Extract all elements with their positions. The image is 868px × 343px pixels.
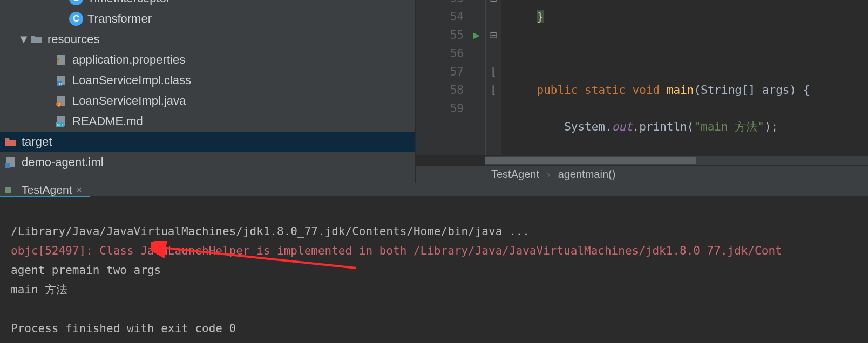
- java-file-icon: J: [54, 94, 68, 108]
- tree-item-app-props[interactable]: application.properties: [0, 50, 415, 70]
- tree-label: target: [22, 135, 52, 149]
- console-line: agent premain two args: [11, 264, 161, 277]
- breadcrumbs[interactable]: TestAgent › agentmain(): [416, 165, 868, 183]
- tree-item-transformer[interactable]: C Transformer: [0, 9, 415, 29]
- svg-text:01: 01: [58, 81, 63, 86]
- line-number: 57: [416, 63, 464, 81]
- tree-label: application.properties: [72, 53, 185, 67]
- project-tree[interactable]: C TimeInterceptor C Transformer ▼ resour…: [0, 0, 416, 183]
- gutter[interactable]: 53 54 55▶ 56 57 58 59: [416, 0, 486, 155]
- svg-rect-1: [57, 60, 59, 63]
- code-editor[interactable]: 53 54 55▶ 56 57 58 59 ⊟ ⊟ ⌊ ⌊ } public s…: [416, 0, 868, 183]
- svg-text:J: J: [58, 102, 60, 107]
- tree-label: demo-agent.iml: [22, 155, 104, 169]
- tree-item-loan-java[interactable]: J LoanServiceImpl.java: [0, 91, 415, 111]
- console-line: Process finished with exit code 0: [11, 322, 236, 335]
- breadcrumb-method[interactable]: agentmain(): [558, 168, 616, 181]
- chevron-down-icon[interactable]: ▼: [18, 32, 29, 46]
- code-area[interactable]: } public static void main(String[] args)…: [501, 0, 868, 155]
- chevron-right-icon: ›: [547, 168, 551, 181]
- class-file-icon: 01: [54, 73, 68, 87]
- tree-label: LoanServiceImpl.class: [72, 73, 191, 87]
- line-number: 59: [416, 99, 464, 118]
- tree-label: Transformer: [87, 12, 152, 26]
- editor-horizontal-scrollbar[interactable]: [485, 155, 868, 165]
- class-icon: C: [69, 12, 83, 26]
- run-panel: TestAgent × /Library/Java/JavaVirtualMac…: [0, 183, 868, 343]
- properties-file-icon: [54, 53, 68, 67]
- folder-orange-icon: [3, 135, 17, 149]
- tree-item-partial[interactable]: C TimeInterceptor: [0, 0, 415, 9]
- close-icon[interactable]: ×: [76, 184, 82, 196]
- tree-item-readme[interactable]: MD README.md: [0, 111, 415, 132]
- run-config-icon: [3, 185, 13, 195]
- folder-icon: [29, 32, 43, 46]
- class-icon: C: [69, 0, 83, 5]
- line-number: 53: [416, 0, 464, 8]
- tree-item-resources[interactable]: ▼ resources: [0, 29, 415, 50]
- run-tab-label: TestAgent: [22, 183, 72, 196]
- fold-column[interactable]: ⊟ ⊟ ⌊ ⌊: [486, 0, 501, 155]
- scrollbar-thumb[interactable]: [485, 157, 696, 164]
- tree-label: README.md: [72, 114, 143, 128]
- run-gutter-icon[interactable]: ▶: [473, 26, 480, 44]
- svg-rect-14: [5, 187, 11, 193]
- tree-item-loan-class[interactable]: 01 LoanServiceImpl.class: [0, 70, 415, 91]
- console-output[interactable]: /Library/Java/JavaVirtualMachines/jdk1.8…: [0, 198, 868, 343]
- line-number: 55▶: [416, 26, 464, 44]
- console-line-error: objc[52497]: Class JavaLaunchHelper is i…: [11, 244, 782, 257]
- tree-label: resources: [48, 32, 100, 46]
- run-tab-testagent[interactable]: TestAgent ×: [0, 184, 90, 197]
- line-number: 58: [416, 81, 464, 99]
- breadcrumb-class[interactable]: TestAgent: [491, 168, 539, 181]
- console-line: /Library/Java/JavaVirtualMachines/jdk1.8…: [11, 225, 530, 238]
- console-line: main 方法: [11, 283, 67, 296]
- tree-item-iml[interactable]: demo-agent.iml: [0, 152, 415, 173]
- run-tabs: TestAgent ×: [0, 183, 868, 198]
- tree-label: LoanServiceImpl.java: [72, 94, 186, 108]
- line-number: 56: [416, 44, 464, 63]
- line-number: 54: [416, 8, 464, 26]
- svg-rect-13: [5, 163, 10, 168]
- svg-rect-2: [57, 58, 59, 60]
- tree-label: TimeInterceptor: [87, 0, 170, 5]
- iml-file-icon: [3, 155, 17, 169]
- svg-text:MD: MD: [57, 123, 63, 127]
- markdown-file-icon: MD: [54, 114, 68, 128]
- tree-item-target[interactable]: target: [0, 132, 415, 152]
